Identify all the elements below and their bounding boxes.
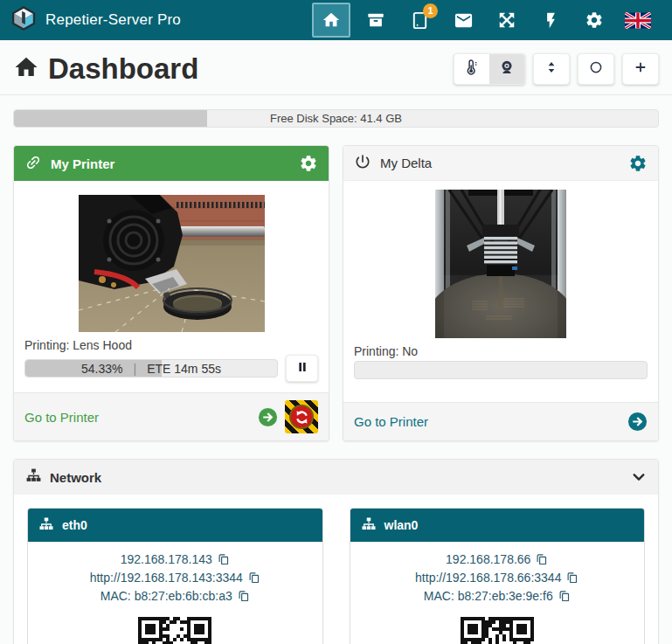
uk-flag-icon: [625, 12, 651, 29]
emergency-stop-button[interactable]: [285, 400, 318, 433]
link-icon: [24, 154, 42, 174]
nav-settings[interactable]: [572, 0, 616, 40]
free-disk-space-bar: Free Disk Space: 41.4 GB: [13, 109, 659, 128]
printer-settings-button[interactable]: [299, 154, 318, 173]
print-progress-label: 54.33% | ETE 14m 55s: [25, 360, 277, 377]
disk-label: Free Disk Space: 41.4 GB: [14, 110, 658, 127]
interface-header: eth0: [28, 509, 322, 542]
interface-body: 192.168.178.143 http://192.168.178.143:3…: [28, 542, 322, 644]
collapse-all-button[interactable]: [533, 53, 570, 85]
page-title: Dashboard: [48, 52, 198, 86]
copy-icon[interactable]: [217, 553, 230, 566]
my-printer-webcam[interactable]: [24, 181, 318, 332]
power-icon: [354, 153, 371, 173]
webcam-view-button[interactable]: [489, 53, 524, 85]
add-printer-button[interactable]: [622, 53, 659, 85]
nav-language[interactable]: [616, 0, 660, 40]
view-toggle-group: [454, 53, 525, 85]
qr-code: [35, 617, 315, 644]
network-section: Network eth0 192.168.178.143: [13, 459, 659, 644]
printer-settings-button[interactable]: [628, 154, 648, 173]
printing-status: Printing: Lens Hood: [24, 338, 318, 352]
nav-touch-ui[interactable]: 1: [398, 0, 441, 40]
progress-ete: ETE 14m 55s: [147, 362, 221, 376]
server-url: http://192.168.178.66:3344: [415, 569, 561, 587]
emergency-stop-icon: [289, 405, 314, 429]
interface-card-eth0: eth0 192.168.178.143 http://192.168.178.…: [27, 508, 323, 644]
pause-button[interactable]: [286, 355, 318, 382]
go-to-printer-link[interactable]: Go to Printer: [24, 410, 99, 425]
sitemap-icon: [38, 516, 54, 535]
status-circle-button[interactable]: [578, 53, 614, 85]
circle-icon: [588, 59, 604, 79]
printing-status: Printing: No: [354, 344, 648, 358]
webcam-icon: [498, 59, 516, 80]
printer-card-body: Printing: Lens Hood 54.33% | ETE 14m 55s: [14, 181, 329, 392]
network-body: eth0 192.168.178.143 http://192.168.178.…: [14, 495, 658, 644]
copy-icon[interactable]: [237, 590, 250, 603]
nav-fullscreen[interactable]: [485, 0, 529, 40]
printer-card-header: My Printer: [14, 146, 329, 181]
copy-icon[interactable]: [565, 571, 578, 585]
top-navbar: Repetier-Server Pro: [0, 0, 672, 40]
home-icon: [322, 10, 341, 30]
archive-icon: [366, 10, 385, 30]
page-header: Dashboard: [0, 40, 672, 94]
network-section-header[interactable]: Network: [14, 460, 658, 495]
ip-row: 192.168.178.66: [357, 551, 638, 569]
nav-print-queue[interactable]: [354, 0, 398, 40]
printer-card-footer: Go to Printer: [14, 392, 329, 440]
network-title: Network: [50, 470, 101, 485]
expand-arrows-icon: [497, 10, 516, 30]
sitemap-icon: [25, 467, 42, 488]
copy-icon[interactable]: [535, 553, 548, 566]
interface-body: 192.168.178.66 http://192.168.178.66:334…: [350, 542, 645, 644]
print-progress-label: [355, 362, 647, 378]
plus-icon: [633, 59, 648, 79]
mac-row: MAC: b8:27:eb:3e:9e:f6: [357, 587, 638, 606]
printer-card-my-printer: My Printer: [13, 145, 329, 441]
arrow-circle-right-icon[interactable]: [627, 412, 648, 432]
sitemap-icon: [361, 516, 377, 535]
mail-icon: [454, 10, 474, 31]
printer-cards-row: My Printer: [0, 145, 672, 441]
ip-row: 192.168.178.143: [35, 551, 315, 569]
copy-icon[interactable]: [247, 571, 260, 585]
copy-icon[interactable]: [558, 590, 571, 603]
temperature-view-button[interactable]: [454, 53, 489, 85]
pause-icon: [295, 360, 309, 377]
printer-card-body: Printing: No: [343, 181, 658, 390]
url-row: http://192.168.178.66:3344: [357, 569, 638, 587]
header-divider: [0, 94, 672, 95]
mac-address: MAC: b8:27:eb:3e:9e:f6: [424, 587, 553, 606]
interface-name: eth0: [62, 518, 87, 532]
qr-code: [357, 617, 638, 644]
dashboard-toolbar: [454, 53, 659, 85]
print-progress-bar: [354, 361, 648, 379]
my-delta-webcam[interactable]: [354, 181, 648, 338]
nav-messages[interactable]: [441, 0, 485, 40]
sort-icon: [544, 59, 559, 79]
print-progress-bar: 54.33% | ETE 14m 55s: [24, 359, 278, 377]
home-icon: [13, 54, 39, 84]
server-url: http://192.168.178.143:3344: [90, 569, 243, 587]
nav-power[interactable]: [529, 0, 572, 40]
nav-icons: 1: [308, 0, 660, 40]
interface-name: wlan0: [384, 518, 419, 532]
bolt-icon: [542, 11, 560, 30]
printer-name: My Delta: [380, 156, 432, 170]
arrow-circle-right-icon[interactable]: [258, 407, 278, 427]
url-row: http://192.168.178.143:3344: [35, 569, 315, 587]
nav-home[interactable]: [312, 3, 350, 38]
printer-name: My Printer: [51, 156, 114, 171]
mac-row: MAC: b8:27:eb:6b:cb:a3: [35, 587, 315, 606]
chevron-down-icon: [631, 469, 647, 485]
thermometer-icon: [463, 59, 481, 80]
printer-card-header: My Delta: [343, 146, 658, 181]
brand[interactable]: Repetier-Server Pro: [10, 5, 181, 35]
go-to-printer-link[interactable]: Go to Printer: [354, 414, 428, 429]
notification-badge: 1: [423, 3, 438, 18]
brand-title: Repetier-Server Pro: [45, 11, 181, 29]
progress-divider: |: [134, 362, 137, 376]
gear-icon: [585, 10, 604, 30]
